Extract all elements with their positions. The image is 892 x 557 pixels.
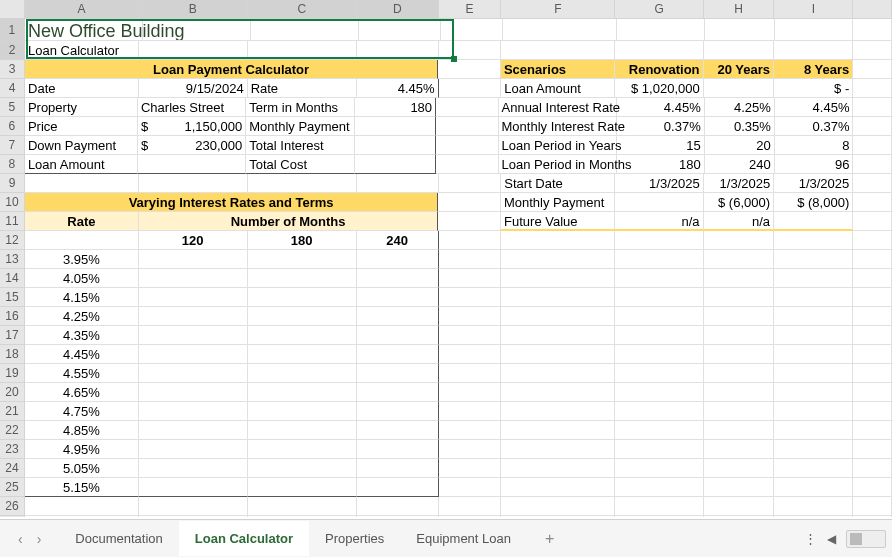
total-interest-label[interactable]: Total Interest [246, 136, 354, 155]
scenario-cell[interactable]: 4.45% [775, 98, 854, 117]
scenario-row-label[interactable]: Loan Amount [501, 79, 615, 98]
table-cell[interactable] [139, 364, 248, 383]
table-cell[interactable] [139, 326, 248, 345]
table-cell[interactable] [248, 307, 357, 326]
down-payment-value[interactable]: $230,000 [138, 136, 246, 155]
table-cell[interactable] [248, 478, 357, 497]
table-cell[interactable] [139, 307, 248, 326]
scenario-cell[interactable]: 8 [775, 136, 854, 155]
table-cell[interactable] [357, 269, 439, 288]
table-cell[interactable] [248, 459, 357, 478]
scenario-row-label[interactable]: Loan Period in Months [499, 155, 617, 174]
rate-value[interactable]: 4.45% [357, 79, 439, 98]
scenario-cell[interactable]: 240 [705, 155, 775, 174]
scenarios-header[interactable]: Scenarios [501, 60, 615, 79]
horizontal-scrollbar[interactable] [846, 530, 886, 548]
scenario-row-label[interactable]: Monthly Interest Rate [499, 117, 617, 136]
rate-column-header[interactable]: Rate [25, 212, 139, 231]
rate-cell[interactable]: 4.85% [25, 421, 139, 440]
col-header-B[interactable]: B [139, 0, 248, 19]
row-header-14[interactable]: 14 [0, 269, 25, 288]
rate-cell[interactable]: 4.75% [25, 402, 139, 421]
property-label[interactable]: Property [25, 98, 138, 117]
rate-cell[interactable]: 5.05% [25, 459, 139, 478]
table-cell[interactable] [357, 345, 439, 364]
row-header-20[interactable]: 20 [0, 383, 25, 402]
row-header-21[interactable]: 21 [0, 402, 25, 421]
scenario-cell[interactable]: 0.37% [617, 117, 705, 136]
page-title[interactable]: New Office Building [25, 19, 143, 41]
table-cell[interactable] [357, 478, 439, 497]
months-header[interactable]: Number of Months [139, 212, 438, 231]
row-header-6[interactable]: 6 [0, 117, 25, 136]
table-cell[interactable] [139, 421, 248, 440]
table-cell[interactable] [248, 440, 357, 459]
tab-nav-prev-icon[interactable]: ‹ [18, 531, 23, 547]
row-header-11[interactable]: 11 [0, 212, 25, 231]
row-header-9[interactable]: 9 [0, 174, 25, 193]
table-cell[interactable] [248, 421, 357, 440]
scenario-cell[interactable] [615, 193, 704, 212]
col-header-J[interactable] [853, 0, 892, 19]
term-label[interactable]: Term in Months [246, 98, 354, 117]
table-cell[interactable] [357, 250, 439, 269]
table-cell[interactable] [248, 269, 357, 288]
rate-cell[interactable]: 4.35% [25, 326, 139, 345]
month-col-1[interactable]: 120 [139, 231, 248, 250]
table-cell[interactable] [139, 345, 248, 364]
scenario-row-label[interactable]: Start Date [501, 174, 615, 193]
table-cell[interactable] [248, 345, 357, 364]
table-cell[interactable] [357, 421, 439, 440]
spreadsheet-grid[interactable]: A B C D E F G H I 1 New Office Building … [0, 0, 892, 517]
scenario-cell[interactable]: n/a [704, 212, 774, 231]
row-header-13[interactable]: 13 [0, 250, 25, 269]
scenario-cell[interactable] [704, 79, 774, 98]
tab-loan-calculator[interactable]: Loan Calculator [179, 521, 309, 556]
scenario-col-3[interactable]: 8 Years [774, 60, 853, 79]
table-cell[interactable] [248, 288, 357, 307]
down-payment-label[interactable]: Down Payment [25, 136, 138, 155]
tab-nav-next-icon[interactable]: › [37, 531, 42, 547]
col-header-H[interactable]: H [704, 0, 774, 19]
date-value[interactable]: 9/15/2024 [139, 79, 248, 98]
row-header-3[interactable]: 3 [0, 60, 25, 79]
table-cell[interactable] [139, 402, 248, 421]
scenario-row-label[interactable]: Monthly Payment [501, 193, 615, 212]
scenario-cell[interactable] [774, 212, 853, 231]
table-cell[interactable] [139, 250, 248, 269]
rate-cell[interactable]: 4.45% [25, 345, 139, 364]
table-cell[interactable] [139, 478, 248, 497]
col-header-G[interactable]: G [615, 0, 704, 19]
col-header-D[interactable]: D [357, 0, 439, 19]
table-cell[interactable] [357, 288, 439, 307]
scenario-cell[interactable]: 4.45% [617, 98, 705, 117]
scenario-cell[interactable]: 0.35% [705, 117, 775, 136]
col-header-I[interactable]: I [774, 0, 853, 19]
table-cell[interactable] [139, 459, 248, 478]
month-col-3[interactable]: 240 [357, 231, 439, 250]
scenario-row-label[interactable]: Annual Interest Rate [499, 98, 617, 117]
scenario-cell[interactable]: $ 1,020,000 [615, 79, 704, 98]
scenario-cell[interactable]: n/a [615, 212, 704, 231]
loan-amount-label[interactable]: Loan Amount [25, 155, 138, 174]
table-cell[interactable] [248, 402, 357, 421]
row-header-19[interactable]: 19 [0, 364, 25, 383]
scenario-cell[interactable]: 1/3/2025 [615, 174, 704, 193]
rate-cell[interactable]: 3.95% [25, 250, 139, 269]
col-header-A[interactable]: A [25, 0, 139, 19]
tab-properties[interactable]: Properties [309, 523, 400, 554]
scenario-row-label[interactable]: Future Value [501, 212, 615, 231]
row-header-25[interactable]: 25 [0, 478, 25, 497]
row-header-16[interactable]: 16 [0, 307, 25, 326]
table-cell[interactable] [139, 269, 248, 288]
col-header-E[interactable]: E [439, 0, 502, 19]
row-header-27[interactable]: 27 [0, 516, 25, 517]
row-header-12[interactable]: 12 [0, 231, 25, 250]
month-col-2[interactable]: 180 [248, 231, 357, 250]
scenario-cell[interactable]: 1/3/2025 [774, 174, 853, 193]
row-header-18[interactable]: 18 [0, 345, 25, 364]
table-cell[interactable] [139, 383, 248, 402]
tabs-menu-icon[interactable]: ⋮ [804, 531, 817, 546]
price-label[interactable]: Price [25, 117, 138, 136]
row-header-15[interactable]: 15 [0, 288, 25, 307]
